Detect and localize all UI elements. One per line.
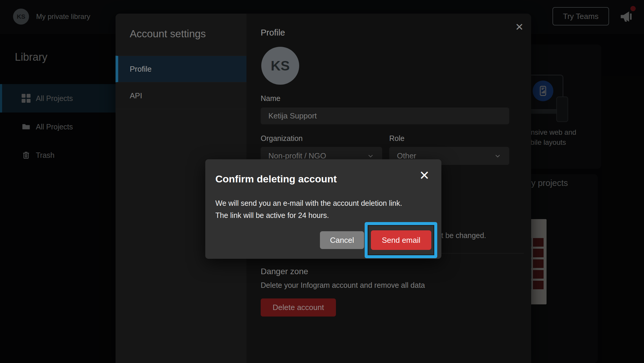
cancel-button[interactable]: Cancel	[320, 231, 364, 249]
dialog-body-line1: We will send you an e-mail with the acco…	[215, 197, 402, 209]
dialog-body: We will send you an e-mail with the acco…	[215, 197, 402, 221]
close-icon[interactable]: ✕	[419, 169, 430, 182]
dialog-body-line2: The link will be active for 24 hours.	[215, 209, 402, 221]
app-root: KS My private library Try Teams Library …	[0, 0, 644, 363]
annotation-highlight-box	[365, 222, 437, 258]
dialog-title: Confirm deleting account	[215, 173, 337, 185]
